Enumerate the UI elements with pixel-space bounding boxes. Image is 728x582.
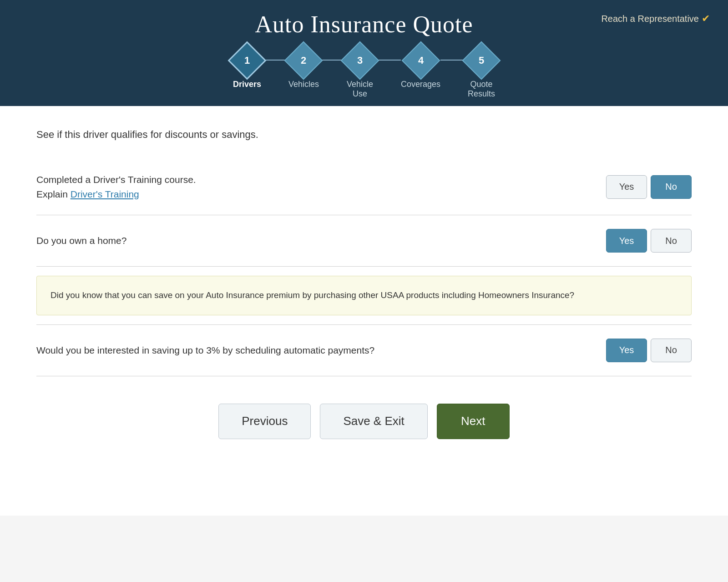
step-4-number: 4 <box>418 55 423 66</box>
reach-representative-link[interactable]: Reach a Representative ✔ <box>601 13 710 25</box>
step-3-label: Vehicle Use <box>347 80 373 106</box>
step-1-diamond: 1 <box>228 41 266 80</box>
own-home-label: Do you own a home? <box>36 235 126 246</box>
reach-rep-label: Reach a Representative <box>601 14 699 24</box>
step-5-number: 5 <box>479 55 484 66</box>
step-4[interactable]: 4 Coverages <box>401 47 440 96</box>
subtitle: See if this driver qualifies for discoun… <box>36 129 692 141</box>
step-2-diamond: 2 <box>284 41 323 80</box>
drivers-training-text: Completed a Driver's Training course. Ex… <box>36 172 588 201</box>
main-content: See if this driver qualifies for discoun… <box>0 106 728 516</box>
drivers-training-yes-button[interactable]: Yes <box>606 175 647 199</box>
info-box: Did you know that you can save on your A… <box>36 276 692 315</box>
auto-payments-row: Would you be interested in saving up to … <box>36 325 692 376</box>
auto-payments-btn-group: Yes No <box>606 339 692 362</box>
step-1-label: Drivers <box>233 80 261 96</box>
auto-payments-yes-button[interactable]: Yes <box>606 339 647 362</box>
step-1-number: 1 <box>244 55 250 66</box>
auto-payments-no-button[interactable]: No <box>651 339 692 362</box>
own-home-no-button[interactable]: No <box>651 229 692 253</box>
page-title: Auto Insurance Quote <box>255 11 473 38</box>
step-4-label: Coverages <box>401 80 440 96</box>
header: Auto Insurance Quote Reach a Representat… <box>0 0 728 106</box>
step-3-diamond: 3 <box>341 41 379 80</box>
auto-payments-text: Would you be interested in saving up to … <box>36 343 588 358</box>
previous-button[interactable]: Previous <box>218 404 311 439</box>
step-1[interactable]: 1 Drivers <box>233 47 261 96</box>
next-button[interactable]: Next <box>437 404 510 439</box>
reach-rep-icon: ✔ <box>702 13 710 25</box>
own-home-row: Do you own a home? Yes No <box>36 215 692 267</box>
explain-prefix: Explain <box>36 189 71 199</box>
save-exit-button[interactable]: Save & Exit <box>320 404 427 439</box>
step-5[interactable]: 5 Quote Results <box>468 47 495 106</box>
info-box-text: Did you know that you can save on your A… <box>51 290 574 300</box>
step-3-number: 3 <box>357 55 363 66</box>
steps-container: 1 Drivers 2 Vehicles 3 Vehicle Use 4 Cov… <box>233 47 495 106</box>
step-2[interactable]: 2 Vehicles <box>288 47 319 96</box>
drivers-training-no-button[interactable]: No <box>651 175 692 199</box>
drivers-training-link[interactable]: Driver's Training <box>71 189 139 199</box>
step-5-label: Quote Results <box>468 80 495 106</box>
step-3[interactable]: 3 Vehicle Use <box>346 47 374 106</box>
own-home-yes-button[interactable]: Yes <box>606 229 647 253</box>
step-2-label: Vehicles <box>288 80 319 96</box>
drivers-training-btn-group: Yes No <box>606 175 692 199</box>
info-row: Did you know that you can save on your A… <box>36 267 692 325</box>
auto-payments-label: Would you be interested in saving up to … <box>36 345 374 355</box>
footer-buttons: Previous Save & Exit Next <box>36 376 692 457</box>
drivers-training-label: Completed a Driver's Training course. <box>36 174 196 185</box>
own-home-btn-group: Yes No <box>606 229 692 253</box>
drivers-training-row: Completed a Driver's Training course. Ex… <box>36 159 692 215</box>
own-home-text: Do you own a home? <box>36 233 588 248</box>
step-5-diamond: 5 <box>462 41 501 80</box>
step-4-diamond: 4 <box>401 41 440 80</box>
header-top: Auto Insurance Quote Reach a Representat… <box>18 11 710 38</box>
step-2-number: 2 <box>301 55 306 66</box>
